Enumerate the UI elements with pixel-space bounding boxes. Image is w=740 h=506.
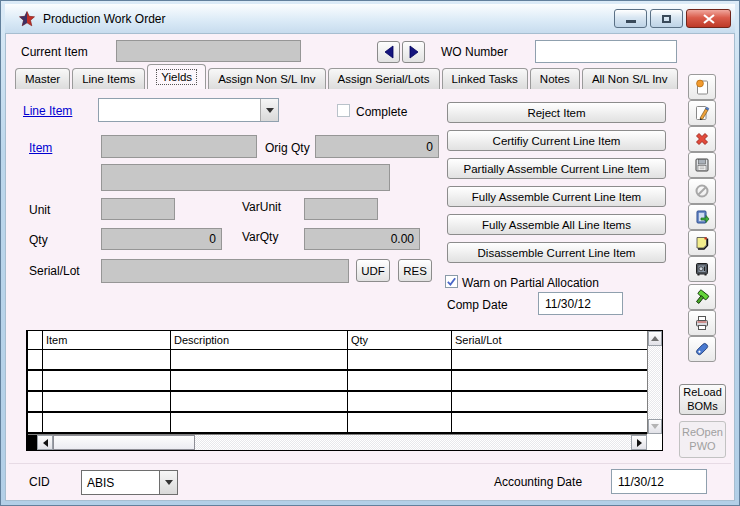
fully-assemble-all-button[interactable]: Fully Assemble All Line Items bbox=[447, 214, 666, 235]
udf-button[interactable]: UDF bbox=[356, 259, 390, 282]
partially-assemble-button[interactable]: Partially Assemble Current Line Item bbox=[447, 158, 666, 179]
table-cell[interactable] bbox=[348, 413, 452, 432]
tab-bar: Master Line Items Yields Assign Non S/L … bbox=[15, 64, 678, 89]
grid-body: Item Description Qty Serial/Lot bbox=[28, 331, 647, 434]
next-record-button[interactable] bbox=[402, 41, 425, 63]
tab-assign-non-sl-inv[interactable]: Assign Non S/L Inv bbox=[208, 68, 325, 89]
scroll-track[interactable] bbox=[195, 435, 631, 450]
qty-field: 0 bbox=[101, 228, 222, 250]
toolbar-button-save[interactable] bbox=[688, 152, 716, 178]
toolbar-button-rebuild[interactable] bbox=[688, 284, 716, 310]
toolbar-button-safe[interactable] bbox=[688, 256, 716, 282]
res-button[interactable]: RES bbox=[398, 259, 432, 282]
table-cell[interactable] bbox=[348, 350, 452, 369]
toolbar-button-delete[interactable] bbox=[688, 126, 716, 152]
minimize-button[interactable] bbox=[614, 9, 647, 28]
close-button[interactable] bbox=[686, 9, 731, 28]
tab-assign-serial-lots[interactable]: Assign Serial/Lots bbox=[328, 68, 440, 89]
row-selector[interactable] bbox=[28, 392, 43, 411]
line-item-dropdown-button[interactable] bbox=[260, 99, 278, 121]
toolbar-button-tag[interactable] bbox=[688, 336, 716, 362]
table-cell[interactable] bbox=[171, 392, 348, 411]
horizontal-scrollbar[interactable] bbox=[28, 434, 647, 450]
restore-icon bbox=[662, 15, 671, 23]
table-cell[interactable] bbox=[171, 350, 348, 369]
tab-all-non-sl-inv[interactable]: All Non S/L Inv bbox=[582, 68, 678, 89]
item-description-field bbox=[101, 164, 390, 191]
table-cell[interactable] bbox=[43, 413, 171, 432]
wo-number-input[interactable] bbox=[535, 40, 677, 63]
cid-dropdown-button[interactable] bbox=[159, 471, 177, 494]
table-cell[interactable] bbox=[452, 392, 647, 411]
table-row[interactable] bbox=[28, 413, 647, 434]
table-cell[interactable] bbox=[452, 413, 647, 432]
tab-master[interactable]: Master bbox=[15, 68, 70, 89]
reject-item-button[interactable]: Reject Item bbox=[447, 102, 666, 123]
unit-field bbox=[101, 198, 175, 220]
scroll-right-button[interactable] bbox=[631, 435, 647, 450]
item-link[interactable]: Item bbox=[29, 141, 52, 155]
table-cell[interactable] bbox=[348, 392, 452, 411]
tab-linked-tasks[interactable]: Linked Tasks bbox=[442, 68, 528, 89]
col-header-qty[interactable]: Qty bbox=[348, 331, 452, 349]
row-selector[interactable] bbox=[28, 371, 43, 390]
table-cell[interactable] bbox=[171, 413, 348, 432]
left-arrow-icon bbox=[43, 439, 48, 447]
certify-current-line-item-button[interactable]: Certifiy Current Line Item bbox=[447, 130, 666, 151]
accounting-date-input[interactable] bbox=[611, 469, 707, 494]
left-arrow-icon bbox=[383, 45, 395, 59]
reload-boms-label: ReLoad BOMs bbox=[680, 386, 725, 414]
col-header-description[interactable]: Description bbox=[171, 331, 348, 349]
table-row[interactable] bbox=[28, 371, 647, 392]
document-flag-icon bbox=[693, 78, 711, 96]
warn-partial-allocation-checkbox[interactable] bbox=[445, 275, 458, 288]
reload-boms-button[interactable]: ReLoad BOMs bbox=[679, 384, 726, 415]
table-row[interactable] bbox=[28, 392, 647, 413]
table-cell[interactable] bbox=[452, 350, 647, 369]
toolbar-button-cancel[interactable] bbox=[688, 178, 716, 204]
accounting-date-label: Accounting Date bbox=[494, 475, 582, 489]
complete-checkbox[interactable] bbox=[337, 104, 350, 117]
line-item-combobox[interactable] bbox=[98, 98, 279, 122]
toolbar-button-exit[interactable] bbox=[688, 204, 716, 230]
line-item-link[interactable]: Line Item bbox=[23, 104, 72, 118]
notes-icon bbox=[693, 234, 711, 252]
tab-line-items[interactable]: Line Items bbox=[72, 68, 145, 89]
tab-notes[interactable]: Notes bbox=[530, 68, 580, 89]
table-cell[interactable] bbox=[43, 371, 171, 390]
toolbar-button-print[interactable] bbox=[688, 310, 716, 336]
scroll-down-button[interactable] bbox=[648, 419, 662, 434]
var-qty-field: 0.00 bbox=[304, 228, 420, 250]
tag-icon bbox=[693, 340, 711, 358]
var-unit-field bbox=[304, 198, 378, 220]
table-cell[interactable] bbox=[43, 392, 171, 411]
toolbar-button-notes[interactable] bbox=[688, 230, 716, 256]
horizontal-scroll-thumb[interactable] bbox=[53, 435, 195, 450]
tab-yields[interactable]: Yields bbox=[147, 64, 206, 89]
prev-record-button[interactable] bbox=[377, 41, 400, 63]
cid-combobox[interactable]: ABIS bbox=[81, 470, 178, 495]
current-item-field bbox=[116, 40, 301, 62]
scroll-left-button[interactable] bbox=[37, 435, 53, 450]
edit-icon bbox=[693, 104, 711, 122]
disassemble-current-button[interactable]: Disassemble Current Line Item bbox=[447, 242, 666, 263]
toolbar-button-find[interactable] bbox=[688, 74, 716, 100]
table-row[interactable] bbox=[28, 350, 647, 371]
table-cell[interactable] bbox=[43, 350, 171, 369]
table-cell[interactable] bbox=[171, 371, 348, 390]
table-cell[interactable] bbox=[348, 371, 452, 390]
col-header-item[interactable]: Item bbox=[43, 331, 171, 349]
reopen-pwo-button[interactable]: ReOpen PWO bbox=[679, 421, 726, 458]
scroll-up-button[interactable] bbox=[648, 331, 662, 346]
fully-assemble-current-button[interactable]: Fully Assemble Current Line Item bbox=[447, 186, 666, 207]
restore-button[interactable] bbox=[650, 9, 683, 28]
table-cell[interactable] bbox=[452, 371, 647, 390]
row-selector[interactable] bbox=[28, 413, 43, 432]
cid-label: CID bbox=[29, 475, 50, 489]
toolbar-button-edit[interactable] bbox=[688, 100, 716, 126]
row-selector[interactable] bbox=[28, 350, 43, 369]
comp-date-input[interactable] bbox=[538, 292, 623, 315]
var-qty-label: VarQty bbox=[242, 230, 278, 244]
vertical-scrollbar[interactable] bbox=[647, 331, 662, 434]
col-header-serial-lot[interactable]: Serial/Lot bbox=[452, 331, 647, 349]
